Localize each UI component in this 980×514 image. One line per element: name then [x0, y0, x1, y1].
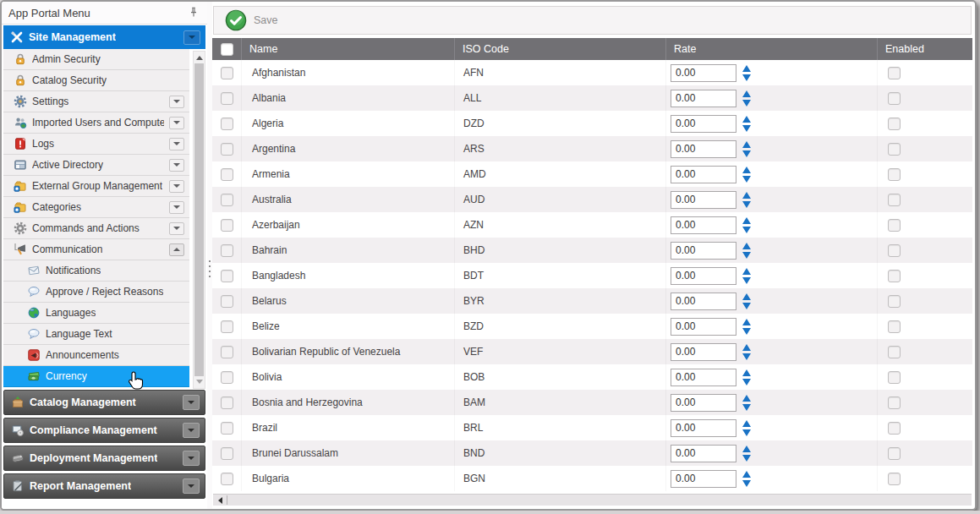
spin-down-icon[interactable]: [742, 176, 751, 183]
rate-spinner[interactable]: [742, 90, 751, 107]
sidebar-item[interactable]: Languages: [3, 303, 189, 324]
spin-down-icon[interactable]: [742, 100, 751, 107]
row-select-checkbox[interactable]: [221, 143, 233, 156]
sidebar-item[interactable]: Catalog Security: [3, 70, 189, 91]
rate-spinner[interactable]: [742, 116, 751, 132]
scrollbar-thumb[interactable]: [194, 63, 204, 376]
row-select-checkbox[interactable]: [221, 118, 233, 130]
sidebar-item[interactable]: Admin Security: [3, 49, 189, 70]
enabled-checkbox[interactable]: [888, 320, 901, 333]
spin-up-icon[interactable]: [742, 268, 751, 275]
sidebar-item[interactable]: Language Text: [3, 324, 189, 345]
row-select-checkbox[interactable]: [221, 346, 233, 358]
rate-spinner[interactable]: [742, 217, 751, 233]
sidebar-item[interactable]: Imported Users and Computers: [3, 112, 189, 134]
rate-input[interactable]: [671, 166, 736, 183]
rate-input[interactable]: [671, 191, 736, 209]
spin-up-icon[interactable]: [742, 116, 751, 123]
rate-input[interactable]: [671, 394, 736, 412]
spin-up-icon[interactable]: [742, 369, 751, 376]
horizontal-scrollbar[interactable]: [213, 494, 972, 506]
sidebar-item[interactable]: Compliance Management: [3, 418, 205, 443]
row-select-checkbox[interactable]: [221, 92, 233, 105]
rate-spinner[interactable]: [742, 395, 751, 411]
enabled-checkbox[interactable]: [888, 244, 901, 257]
rate-spinner[interactable]: [742, 141, 751, 157]
spin-down-icon[interactable]: [742, 429, 751, 436]
spin-down-icon[interactable]: [742, 328, 751, 335]
spin-up-icon[interactable]: [742, 395, 751, 402]
row-select-checkbox[interactable]: [221, 219, 233, 232]
spin-down-icon[interactable]: [742, 150, 751, 157]
rate-spinner[interactable]: [742, 293, 751, 309]
row-select-checkbox[interactable]: [221, 422, 233, 435]
rate-spinner[interactable]: [742, 446, 751, 462]
enabled-checkbox[interactable]: [888, 270, 901, 282]
rate-input[interactable]: [671, 419, 736, 437]
enabled-checkbox[interactable]: [888, 396, 901, 409]
sidebar-item[interactable]: Commands and Actions: [3, 218, 189, 239]
enabled-checkbox[interactable]: [888, 371, 901, 384]
enabled-checkbox[interactable]: [888, 194, 901, 206]
spin-up-icon[interactable]: [742, 471, 751, 478]
spin-up-icon[interactable]: [742, 319, 751, 325]
expand-collapse-button[interactable]: [169, 96, 184, 108]
sidebar-item[interactable]: Announcements: [3, 345, 189, 366]
sidebar-item[interactable]: Communication: [3, 239, 189, 260]
enabled-checkbox[interactable]: [888, 168, 901, 181]
rate-spinner[interactable]: [742, 420, 751, 436]
sidebar-item[interactable]: Currency: [3, 366, 189, 387]
spin-down-icon[interactable]: [742, 74, 751, 81]
sidebar-item[interactable]: Deployment Management: [3, 446, 205, 471]
save-button[interactable]: Save: [220, 8, 283, 33]
sidebar-item[interactable]: Logs: [3, 134, 189, 155]
scroll-up-icon[interactable]: [196, 56, 203, 60]
spin-up-icon[interactable]: [742, 420, 751, 427]
row-select-checkbox[interactable]: [221, 244, 233, 257]
rate-input[interactable]: [671, 293, 736, 310]
sidebar-item[interactable]: Settings: [3, 91, 189, 112]
row-select-checkbox[interactable]: [221, 396, 233, 409]
spin-down-icon[interactable]: [742, 227, 751, 233]
spin-up-icon[interactable]: [742, 344, 751, 351]
rate-spinner[interactable]: [742, 65, 751, 81]
enabled-checkbox[interactable]: [888, 118, 901, 130]
spin-up-icon[interactable]: [742, 141, 751, 148]
row-select-checkbox[interactable]: [221, 67, 233, 79]
expand-collapse-button[interactable]: [169, 201, 184, 214]
spin-down-icon[interactable]: [742, 277, 751, 284]
expand-collapse-button[interactable]: [183, 478, 200, 494]
sidebar-scrollbar[interactable]: [193, 51, 205, 389]
expand-collapse-button[interactable]: [183, 451, 200, 466]
rate-input[interactable]: [671, 470, 736, 488]
sidebar-item[interactable]: Active Directory: [3, 155, 189, 176]
expand-collapse-button[interactable]: [169, 117, 184, 129]
sidebar-item[interactable]: Catalog Management: [3, 390, 205, 415]
rate-spinner[interactable]: [742, 344, 751, 360]
rate-spinner[interactable]: [742, 268, 751, 284]
enabled-checkbox[interactable]: [888, 295, 901, 308]
rate-input[interactable]: [671, 445, 736, 462]
spin-down-icon[interactable]: [742, 353, 751, 360]
spin-down-icon[interactable]: [742, 303, 751, 309]
rate-spinner[interactable]: [742, 192, 751, 208]
spin-up-icon[interactable]: [742, 293, 751, 300]
rate-spinner[interactable]: [742, 369, 751, 386]
spin-down-icon[interactable]: [742, 252, 751, 259]
enabled-checkbox[interactable]: [888, 346, 901, 358]
expand-collapse-button[interactable]: [183, 423, 200, 438]
expand-collapse-button[interactable]: [169, 222, 184, 235]
spin-up-icon[interactable]: [742, 217, 751, 224]
sidebar-item[interactable]: Report Management: [3, 473, 205, 499]
expand-collapse-button[interactable]: [169, 180, 184, 193]
rate-input[interactable]: [671, 140, 736, 158]
spin-down-icon[interactable]: [742, 201, 751, 208]
row-select-checkbox[interactable]: [221, 194, 233, 206]
select-all-checkbox[interactable]: [221, 43, 233, 56]
rate-input[interactable]: [671, 267, 736, 285]
spin-down-icon[interactable]: [742, 125, 751, 132]
spin-down-icon[interactable]: [742, 480, 751, 487]
enabled-checkbox[interactable]: [888, 473, 901, 485]
row-select-checkbox[interactable]: [221, 295, 233, 308]
scroll-left-icon[interactable]: [218, 497, 222, 504]
